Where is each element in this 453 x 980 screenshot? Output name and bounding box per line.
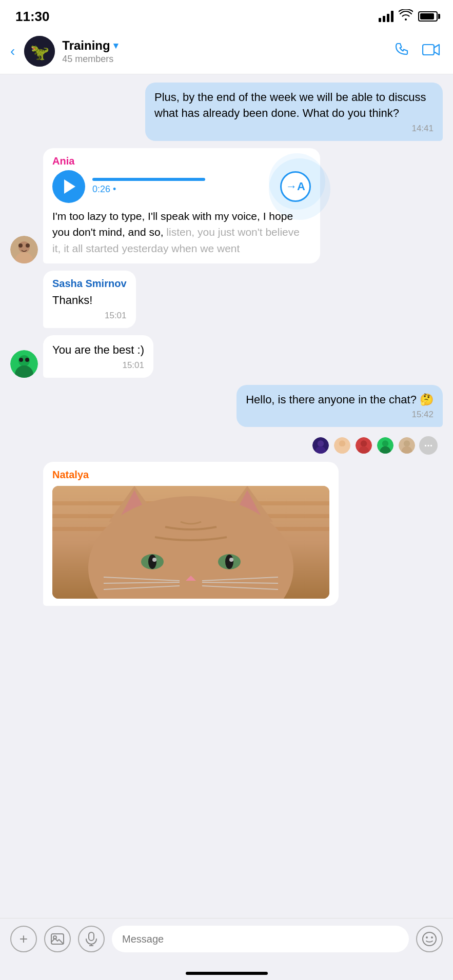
status-bar: 11:30 [0,0,453,31]
emoji-button[interactable] [416,926,443,952]
message-row: Ania 0:26 • →A I'm too lazy to type, I'l… [10,148,443,264]
message-viewers: ··· [10,436,438,455]
svg-point-26 [404,441,410,447]
sender-name: Natalya [52,469,329,481]
message-time: 15:01 [52,311,127,321]
message-row: Natalya [10,462,443,606]
outgoing-message-bubble: Plus, by the end of the week we will be … [145,83,443,141]
plus-icon: + [19,931,28,947]
group-name: Training ▾ [62,38,387,53]
video-call-button[interactable] [422,43,441,60]
sender-name: Ania [52,155,311,167]
svg-point-14 [318,441,324,447]
play-button[interactable] [52,170,85,203]
signal-bars-icon [379,11,393,22]
voice-duration: 0:26 • [92,184,273,195]
call-button[interactable] [395,42,411,62]
viewers-more-button[interactable]: ··· [419,436,438,455]
svg-point-12 [25,358,29,362]
battery-icon [418,11,438,22]
image-message-bubble: Natalya [43,462,339,606]
outgoing-message-bubble: Hello, is there anyone in the chat? 🤔 15… [237,385,443,427]
voice-info: 0:26 • [92,178,273,195]
svg-point-23 [382,441,388,447]
chat-area: Plus, by the end of the week we will be … [0,74,453,667]
message-text: Thanks! [52,293,127,309]
message-row: You are the best :) 15:01 [10,335,443,378]
group-members-count: 45 members [62,54,387,65]
add-attachment-button[interactable]: + [10,926,37,952]
viewer-avatar [354,436,373,455]
svg-rect-2 [423,45,434,55]
message-input[interactable] [112,926,409,952]
image-icon [50,932,65,946]
message-row: Plus, by the end of the week we will be … [10,83,443,141]
input-bar: + [0,918,453,959]
status-icons [379,9,438,24]
home-indicator [186,972,268,975]
svg-rect-52 [89,932,94,941]
viewer-avatar [311,436,330,455]
svg-point-7 [26,243,30,248]
sender-name: Sasha Smirnov [52,278,127,290]
svg-point-56 [426,936,428,938]
translate-button[interactable]: →A [280,171,311,202]
group-dropdown-icon: ▾ [113,40,118,51]
message-row: Sasha Smirnov Thanks! 15:01 [10,271,443,328]
message-text: You are the best :) [52,342,144,358]
message-text: Hello, is there anyone in the chat? 🤔 [246,392,434,408]
viewer-avatar [376,436,395,455]
voice-transcript: I'm too lazy to type, I'll speak with my… [52,208,311,257]
chat-header: ‹ 🦖 Training ▾ 45 members [0,31,453,74]
emoji-icon [422,931,437,947]
voice-waveform [92,178,205,181]
mic-icon [85,932,97,946]
svg-text:🦖: 🦖 [30,43,50,62]
image-picker-button[interactable] [44,926,71,952]
svg-point-17 [339,441,345,447]
message-time: 15:01 [52,360,144,371]
header-actions [395,42,441,62]
svg-point-55 [423,932,436,946]
svg-point-42 [229,558,233,562]
microphone-button[interactable] [78,926,105,952]
wifi-icon [399,9,413,24]
message-text: Plus, by the end of the week we will be … [154,90,434,121]
viewer-avatar [333,436,351,455]
play-icon [64,179,75,194]
sender-avatar [10,236,38,263]
svg-point-57 [431,936,433,938]
viewer-avatar [398,436,416,455]
sender-avatar [10,350,38,378]
voice-message-player[interactable]: 0:26 • →A [52,170,311,203]
voice-message-bubble: Ania 0:26 • →A I'm too lazy to type, I'l… [43,148,320,264]
svg-point-40 [225,555,233,569]
message-time: 15:42 [246,410,434,420]
group-avatar: 🦖 [24,36,55,67]
svg-point-41 [152,558,156,562]
incoming-message-bubble: You are the best :) 15:01 [43,335,153,378]
message-time: 14:41 [154,124,434,134]
status-time: 11:30 [15,9,50,25]
svg-point-11 [19,358,23,362]
svg-point-20 [361,441,367,447]
back-button[interactable]: ‹ [10,43,15,59]
group-info[interactable]: Training ▾ 45 members [62,38,387,65]
incoming-message-bubble: Sasha Smirnov Thanks! 15:01 [43,271,136,328]
cat-image [52,486,329,599]
svg-point-6 [18,243,23,248]
message-row: Hello, is there anyone in the chat? 🤔 15… [10,385,443,427]
svg-point-39 [148,555,156,569]
